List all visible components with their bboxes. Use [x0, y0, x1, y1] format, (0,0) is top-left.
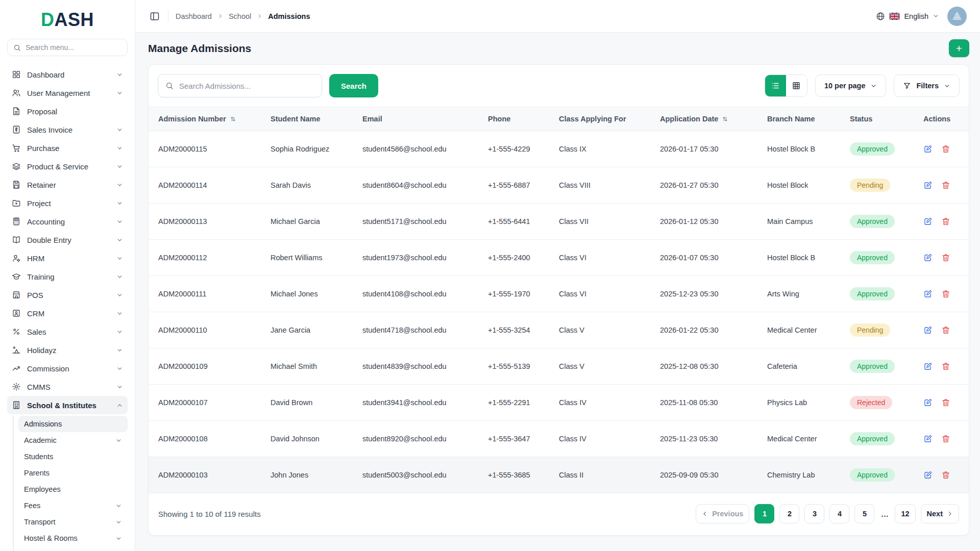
column-header-application-date[interactable]: Application Date [654, 107, 761, 131]
sidebar-toggle-button[interactable] [149, 10, 161, 22]
edit-button[interactable] [923, 325, 933, 335]
save-icon [12, 180, 21, 189]
add-admission-button[interactable]: + [949, 39, 969, 57]
delete-button[interactable] [941, 398, 950, 407]
sidebar-subitem-fees[interactable]: Fees [18, 497, 128, 514]
sidebar-item-hrm[interactable]: HRM [7, 249, 128, 267]
edit-button[interactable] [923, 398, 933, 407]
sidebar-item-pos[interactable]: POS [7, 286, 128, 304]
edit-button[interactable] [923, 434, 933, 443]
sidebar-subitem-hostel-rooms[interactable]: Hostel & Rooms [18, 530, 128, 546]
app-logo[interactable]: DASH [7, 9, 128, 31]
sidebar-item-dashboard[interactable]: Dashboard [7, 65, 128, 84]
pagination-page-2[interactable]: 2 [779, 504, 799, 523]
admissions-search-input[interactable] [179, 82, 314, 90]
pagination-page-4[interactable]: 4 [829, 504, 849, 523]
cell-student-name: David Brown [264, 385, 356, 421]
delete-button[interactable] [941, 253, 950, 262]
sidebar-item-commission[interactable]: Commission [7, 359, 128, 378]
sidebar-item-crm[interactable]: CRM [7, 304, 128, 322]
sidebar-item-project[interactable]: Project [7, 194, 128, 212]
pagination-page-1[interactable]: 1 [754, 504, 774, 523]
delete-button[interactable] [941, 181, 950, 190]
sidebar-item-double-entry[interactable]: Double Entry [7, 231, 128, 249]
sidebar-subitem-label: Students [24, 453, 122, 461]
list-view-button[interactable] [765, 75, 786, 96]
pagination-previous-button[interactable]: Previous [696, 504, 749, 523]
admissions-table: Admission NumberStudent NameEmailPhoneCl… [149, 107, 969, 493]
delete-button[interactable] [941, 434, 950, 443]
chevron-down-icon [116, 310, 123, 317]
avatar[interactable] [947, 7, 967, 26]
cell-application-date: 2025-11-08 05:30 [654, 385, 761, 421]
sidebar-item-sales-invoice[interactable]: Sales Invoice [7, 120, 128, 139]
breadcrumb-dashboard[interactable]: Dashboard [176, 12, 212, 20]
sidebar-search-input[interactable] [26, 43, 121, 52]
pagination-page-12[interactable]: 12 [895, 504, 915, 523]
edit-button[interactable] [923, 144, 933, 154]
sidebar-subitem-admissions[interactable]: Admissions [18, 416, 128, 432]
sidebar-item-user-management[interactable]: User Management [7, 84, 128, 102]
sidebar-item-purchase[interactable]: Purchase [7, 139, 128, 157]
chevron-down-icon [116, 182, 123, 188]
sidebar-item-accounting[interactable]: Accounting [7, 212, 128, 231]
chevron-down-icon [116, 237, 123, 243]
sidebar-item-cmms[interactable]: CMMS [7, 378, 128, 396]
status-badge: Rejected [850, 396, 892, 409]
column-header-admission-number[interactable]: Admission Number [149, 107, 264, 131]
cell-application-date: 2025-12-23 05:30 [654, 276, 761, 312]
delete-button[interactable] [941, 289, 950, 298]
edit-button[interactable] [923, 181, 933, 190]
delete-button[interactable] [941, 144, 950, 154]
language-selector[interactable]: English [876, 12, 939, 21]
sidebar-item-product-service[interactable]: Product & Service [7, 157, 128, 176]
chevron-right-icon [257, 13, 262, 19]
edit-button[interactable] [923, 253, 933, 262]
pagination-next-button[interactable]: Next [921, 504, 959, 523]
delete-button[interactable] [941, 325, 950, 335]
breadcrumb-school[interactable]: School [229, 12, 251, 20]
status-badge: Approved [850, 287, 895, 300]
edit-icon [923, 470, 933, 480]
cell-actions [917, 167, 969, 204]
cell-status: Approved [844, 131, 917, 167]
sidebar-subitem-parents[interactable]: Parents [18, 465, 128, 481]
edit-button[interactable] [923, 362, 933, 371]
sidebar-item-training[interactable]: Training [7, 267, 128, 286]
sidebar-item-school-institutes[interactable]: School & Institutes [7, 396, 128, 414]
chevron-down-icon [116, 273, 123, 280]
edit-button[interactable] [923, 217, 933, 226]
sidebar-item-proposal[interactable]: Proposal [7, 102, 128, 120]
sidebar-subitem-students[interactable]: Students [18, 448, 128, 465]
cell-branch-name: Physics Lab [761, 385, 844, 421]
sidebar-subitem-employees[interactable]: Employees [18, 481, 128, 497]
chevron-down-icon [116, 127, 123, 133]
delete-button[interactable] [941, 362, 950, 371]
cell-class-applying-for: Class VIII [553, 167, 654, 204]
sidebar-subitem-label: Admissions [24, 420, 122, 428]
sidebar-item-label: Project [27, 199, 110, 208]
delete-button[interactable] [941, 470, 950, 480]
pagination-page-3[interactable]: 3 [804, 504, 824, 523]
edit-button[interactable] [923, 470, 933, 480]
sidebar-subitem-label: Fees [24, 502, 115, 510]
search-button[interactable]: Search [329, 74, 378, 97]
cell-admission-number: ADM20000103 [149, 457, 264, 493]
sidebar-subitem-academic[interactable]: Academic [18, 432, 128, 448]
cell-student-name: Sarah Davis [264, 167, 356, 204]
sidebar-item-sales[interactable]: Sales [7, 322, 128, 341]
view-toggle [765, 74, 807, 97]
sidebar-subitem-transport[interactable]: Transport [18, 514, 128, 530]
edit-button[interactable] [923, 289, 933, 298]
sidebar-subitem-homework[interactable]: Homework [18, 546, 128, 551]
filters-button[interactable]: Filters [894, 74, 960, 97]
pagination-page-5[interactable]: 5 [854, 504, 874, 523]
delete-button[interactable] [941, 217, 950, 226]
cell-email: student5003@school.edu [356, 457, 482, 493]
grid-view-button[interactable] [786, 75, 807, 96]
sidebar-item-retainer[interactable]: Retainer [7, 176, 128, 194]
per-page-select[interactable]: 10 per page [815, 74, 887, 97]
sidebar-item-label: POS [27, 291, 110, 299]
logo-part-dark: ASH [54, 9, 94, 30]
sidebar-item-holidayz[interactable]: Holidayz [7, 341, 128, 359]
